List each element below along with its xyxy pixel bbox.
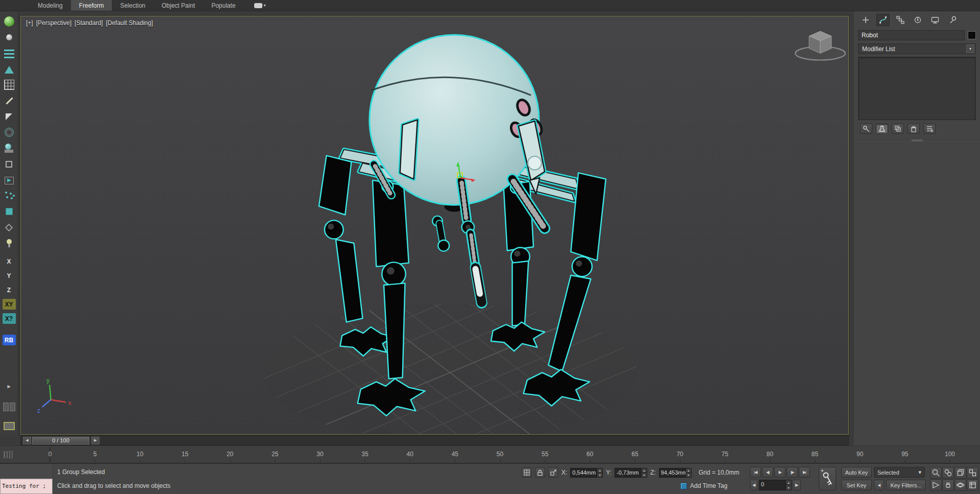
set-keys-button[interactable]: + [819,467,836,490]
time-slider-prev-button[interactable]: ◀ [23,437,31,444]
rollout-divider[interactable] [854,140,980,141]
show-end-result-button[interactable] [876,124,888,134]
key-filters-button[interactable]: Key Filters... [886,480,926,490]
viewport-layout-active-icon[interactable] [4,422,15,430]
create-tab[interactable] [859,14,872,26]
spinner-down-icon[interactable]: ▾ [597,473,602,477]
y-coord-field[interactable]: -0,73mm ▴▾ [615,468,647,478]
grid-table-tool-button[interactable] [3,79,16,91]
isolate-selection-button[interactable] [522,467,532,478]
scatter-tool-button[interactable] [3,190,16,202]
zoom-extents-button[interactable] [954,467,966,479]
cone-tool-button[interactable] [3,63,16,75]
tab-object-paint[interactable]: Object Paint [154,0,203,11]
tab-populate[interactable]: Populate [203,0,243,11]
spinner-down-icon[interactable]: ▾ [686,473,691,477]
motion-tab[interactable] [911,14,924,26]
listener-white-line[interactable] [0,464,53,479]
z-spinner[interactable]: ▴▾ [685,468,691,477]
set-key-button[interactable]: Set Key [841,480,872,490]
trackbar-grip-icon[interactable] [4,451,13,458]
viewport-menu-pov[interactable]: [Perspective] [36,19,71,27]
toolbar-expand-button[interactable]: ▶ [4,382,15,391]
axis-y-button[interactable]: Y [3,270,16,281]
pen-tool-button[interactable] [3,95,16,107]
add-time-tag-button[interactable]: Add Time Tag [680,482,727,489]
perspective-viewport[interactable]: [+] [Perspective] [Standard] [Default Sh… [20,16,849,435]
key-step-back-button[interactable]: ◀ [750,480,758,490]
maxscript-mini-listener[interactable]: Testing for ; [0,464,53,494]
make-unique-button[interactable] [892,124,904,134]
time-slider-next-button[interactable]: ▶ [91,437,100,444]
y-spinner[interactable]: ▴▾ [641,468,647,477]
go-to-start-button[interactable]: |◀ [750,467,761,478]
pin-stack-button[interactable] [860,124,872,134]
lasso-tool-button[interactable] [3,221,16,233]
frame-spinner[interactable]: ▴▾ [786,480,791,490]
time-slider-track[interactable]: ◀ 0 / 100 ▶ [20,435,849,445]
spinner-down-icon[interactable]: ▾ [786,485,791,490]
axis-x-button[interactable]: X [3,256,16,267]
zoom-button[interactable] [930,467,942,479]
viewcube[interactable] [795,31,845,60]
play-animation-button[interactable]: ▶ [774,467,786,478]
spinner-up-icon[interactable]: ▴ [786,480,791,485]
previous-frame-button[interactable]: ◀| [762,467,773,478]
timeline-ruler-track[interactable]: 0510152025303540455055606570758085909510… [0,445,980,463]
configure-modifier-sets-button[interactable] [923,124,936,134]
play-box-tool-button[interactable] [3,174,16,186]
brush-arrow-tool-button[interactable] [3,110,16,123]
next-frame-button[interactable]: |▶ [787,467,798,478]
viewport-menu-plus[interactable]: [+] [26,19,33,27]
x-spinner[interactable]: ▴▾ [597,468,602,477]
field-of-view-button[interactable] [930,479,942,491]
modify-tab[interactable] [876,14,890,26]
utilities-tab[interactable] [946,14,959,26]
zoom-all-button[interactable] [942,467,954,479]
layers-tool-button[interactable] [3,47,16,59]
key-step-forward-button[interactable]: ▶ [793,480,801,490]
dot-brush-tool-button[interactable] [3,31,16,43]
object-name-field[interactable]: Robot [858,30,965,40]
spinner-up-icon[interactable]: ▴ [686,468,691,473]
modifier-stack-list[interactable] [858,57,976,120]
pan-button[interactable] [942,479,954,491]
x-coord-field[interactable]: 0,544mm ▴▾ [570,468,603,478]
ring-tool-button[interactable] [3,126,16,138]
lamp-tool-button[interactable] [3,237,16,249]
time-slider-handle[interactable]: 0 / 100 [32,437,89,444]
spinner-down-icon[interactable]: ▾ [642,473,647,477]
tab-modeling[interactable]: Modeling [30,0,71,11]
display-tab[interactable] [928,14,942,26]
selection-set-dropdown[interactable]: Selected ▾ [874,467,925,478]
sphere-brush-tool-button[interactable] [3,15,16,28]
modifier-list-dropdown[interactable]: Modifier List ▾ [858,43,976,54]
object-color-swatch[interactable] [968,31,976,39]
viewport-menu-shading[interactable]: [Default Shading] [106,19,153,27]
viewport-layout-icon[interactable] [3,403,15,411]
auto-key-button[interactable]: Auto Key [841,467,872,478]
tab-freeform[interactable]: Freeform [71,0,112,11]
z-coord-field[interactable]: 94,453mm ▴▾ [659,468,692,478]
hierarchy-tab[interactable] [894,14,907,26]
robot-model[interactable] [319,35,606,416]
spinner-up-icon[interactable]: ▴ [642,468,647,473]
viewport-menu-renderer[interactable]: [Standard] [75,19,103,27]
go-to-end-button[interactable]: ▶| [799,467,810,478]
key-nav-mini-buttons[interactable]: ◀| [874,480,884,490]
spinner-up-icon[interactable]: ▴ [597,468,602,473]
viewport-canvas[interactable]: x y z [21,16,848,434]
remove-modifier-button[interactable] [908,124,920,134]
orbit-button[interactable] [954,479,966,491]
axis-x2-button[interactable]: X? [3,313,16,324]
ribbon-state-button[interactable]: ▾ [251,0,269,11]
selection-lock-toggle[interactable] [535,467,545,478]
axis-xy-button[interactable]: XY [3,299,16,310]
axis-z-button[interactable]: Z [3,285,16,295]
cube-tool-button[interactable] [3,158,16,170]
zoom-extents-all-button[interactable] [967,467,978,479]
paint-sphere-tool-button[interactable] [3,142,16,154]
teal-square-tool-button[interactable] [3,205,16,218]
tab-selection[interactable]: Selection [112,0,153,11]
absolute-offset-toggle[interactable] [548,467,558,478]
